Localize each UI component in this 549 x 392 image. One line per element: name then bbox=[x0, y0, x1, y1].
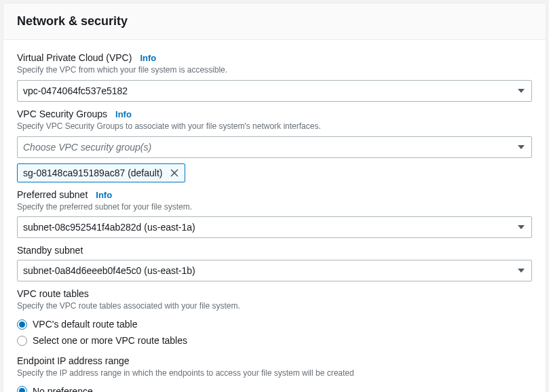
endpoint-range-field: Endpoint IP address range Specify the IP… bbox=[17, 355, 532, 392]
chevron-down-icon bbox=[518, 89, 525, 93]
vpc-label: Virtual Private Cloud (VPC) bbox=[17, 52, 132, 63]
radio-icon bbox=[17, 336, 27, 346]
security-group-token-label: sg-08148ca915189ac87 (default) bbox=[23, 168, 163, 178]
endpoint-range-none-label: No preference bbox=[33, 386, 93, 392]
security-groups-info-link[interactable]: Info bbox=[115, 109, 132, 119]
standby-subnet-select[interactable]: subnet-0a84d6eeeb0f4e5c0 (us-east-1b) bbox=[17, 260, 532, 281]
security-groups-helper: Specify VPC Security Groups to associate… bbox=[17, 121, 532, 132]
route-tables-helper: Specify the VPC route tables associated … bbox=[17, 300, 532, 312]
standby-subnet-value: subnet-0a84d6eeeb0f4e5c0 (us-east-1b) bbox=[23, 265, 195, 276]
close-icon[interactable] bbox=[168, 167, 181, 179]
preferred-subnet-select[interactable]: subnet-08c952541f4ab282d (us-east-1a) bbox=[17, 216, 532, 238]
route-tables-select-option[interactable]: Select one or more VPC route tables bbox=[17, 332, 532, 349]
chevron-down-icon bbox=[518, 225, 525, 229]
route-tables-default-option[interactable]: VPC's default route table bbox=[17, 316, 532, 332]
vpc-info-link[interactable]: Info bbox=[140, 53, 156, 63]
vpc-label-row: Virtual Private Cloud (VPC) Info bbox=[17, 52, 532, 63]
vpc-field: Virtual Private Cloud (VPC) Info Specify… bbox=[17, 52, 532, 102]
preferred-subnet-info-link[interactable]: Info bbox=[96, 190, 112, 200]
endpoint-range-none-option[interactable]: No preference bbox=[17, 383, 532, 392]
security-groups-label: VPC Security Groups bbox=[17, 109, 107, 119]
route-tables-select-label: Select one or more VPC route tables bbox=[33, 335, 187, 346]
vpc-select-value: vpc-0474064fc537e5182 bbox=[23, 85, 128, 96]
radio-icon bbox=[17, 386, 27, 392]
preferred-subnet-field: Preferred subnet Info Specify the prefer… bbox=[17, 189, 532, 239]
panel-body: Virtual Private Cloud (VPC) Info Specify… bbox=[3, 40, 546, 392]
chevron-down-icon bbox=[518, 269, 525, 273]
network-security-panel: Network & security Virtual Private Cloud… bbox=[3, 3, 546, 392]
route-tables-default-label: VPC's default route table bbox=[33, 319, 137, 330]
vpc-select[interactable]: vpc-0474064fc537e5182 bbox=[17, 80, 532, 102]
standby-subnet-field: Standby subnet subnet-0a84d6eeeb0f4e5c0 … bbox=[17, 245, 532, 281]
radio-icon bbox=[17, 319, 27, 330]
vpc-helper: Specify the VPC from which your file sys… bbox=[17, 64, 532, 76]
panel-title: Network & security bbox=[17, 14, 532, 28]
security-groups-placeholder: Choose VPC security group(s) bbox=[23, 142, 151, 153]
standby-subnet-label-row: Standby subnet bbox=[17, 245, 532, 256]
endpoint-range-radio-group: No preference Select an IP address range bbox=[17, 383, 532, 392]
preferred-subnet-label-row: Preferred subnet Info bbox=[17, 189, 532, 200]
security-group-token: sg-08148ca915189ac87 (default) bbox=[17, 163, 185, 182]
panel-header: Network & security bbox=[3, 3, 546, 40]
route-tables-radio-group: VPC's default route table Select one or … bbox=[17, 316, 532, 349]
route-tables-label: VPC route tables bbox=[17, 288, 532, 299]
security-groups-field: VPC Security Groups Info Specify VPC Sec… bbox=[17, 109, 532, 182]
standby-subnet-label: Standby subnet bbox=[17, 245, 83, 256]
route-tables-field: VPC route tables Specify the VPC route t… bbox=[17, 288, 532, 349]
preferred-subnet-value: subnet-08c952541f4ab282d (us-east-1a) bbox=[23, 222, 195, 233]
security-groups-tokens: sg-08148ca915189ac87 (default) bbox=[17, 163, 532, 182]
security-groups-select[interactable]: Choose VPC security group(s) bbox=[17, 136, 532, 158]
chevron-down-icon bbox=[518, 145, 525, 149]
endpoint-range-helper: Specify the IP address range in which th… bbox=[17, 368, 532, 379]
security-groups-label-row: VPC Security Groups Info bbox=[17, 109, 532, 119]
endpoint-range-label: Endpoint IP address range bbox=[17, 355, 532, 366]
preferred-subnet-helper: Specify the preferred subnet for your fi… bbox=[17, 201, 532, 213]
preferred-subnet-label: Preferred subnet bbox=[17, 189, 88, 200]
